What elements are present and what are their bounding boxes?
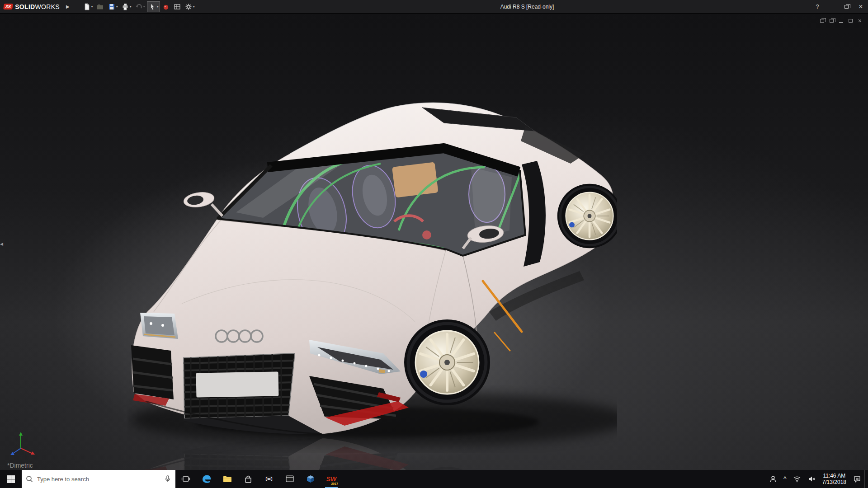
mail-button[interactable]: ✉ bbox=[259, 470, 279, 488]
edrawings-button[interactable] bbox=[300, 470, 321, 488]
xpress-products-icon bbox=[162, 3, 170, 11]
folder-icon bbox=[222, 474, 232, 484]
undo-icon bbox=[135, 3, 143, 11]
dropdown-icon[interactable]: ▾ bbox=[193, 5, 195, 9]
reference-triad bbox=[9, 428, 41, 460]
tile-window-button[interactable] bbox=[830, 18, 834, 24]
select-tool-button[interactable]: ▾ bbox=[147, 1, 160, 12]
taskbar: ✉ SW 2017 ^ 11:46 AM 7/13/2018 bbox=[0, 470, 868, 488]
tile-icon bbox=[830, 19, 834, 23]
show-desktop-button[interactable] bbox=[864, 470, 868, 488]
logo-solid: SOLID bbox=[15, 3, 35, 10]
sw-year: 2017 bbox=[331, 482, 338, 485]
solidworks-2017-button[interactable]: SW 2017 bbox=[321, 470, 342, 488]
app-window-icon bbox=[285, 474, 295, 484]
solidworks-logo: 3S SOLIDWORKS bbox=[4, 3, 60, 10]
show-hidden-icons-button[interactable]: ^ bbox=[780, 470, 790, 488]
snip-tool-button[interactable] bbox=[279, 470, 300, 488]
sw-letters: SW bbox=[326, 475, 337, 483]
system-tray: ^ 11:46 AM 7/13/2018 bbox=[766, 470, 868, 488]
clock-time: 11:46 AM bbox=[822, 473, 846, 479]
action-center-icon bbox=[853, 475, 861, 483]
solidworks-app-icon: SW 2017 bbox=[326, 473, 337, 485]
dropdown-icon[interactable]: ▾ bbox=[116, 5, 118, 9]
volume-button[interactable] bbox=[804, 470, 819, 488]
doc-restore-button[interactable] bbox=[849, 18, 853, 24]
task-view-button[interactable] bbox=[175, 470, 196, 488]
search-icon bbox=[25, 475, 33, 483]
logo-text: SOLIDWORKS bbox=[15, 3, 60, 10]
document-window-controls: × bbox=[820, 18, 862, 24]
action-center-button[interactable] bbox=[850, 470, 864, 488]
speaker-muted-icon bbox=[807, 475, 816, 483]
dropdown-icon[interactable]: ▾ bbox=[157, 5, 159, 9]
wifi-icon bbox=[793, 475, 801, 483]
network-button[interactable] bbox=[790, 470, 804, 488]
logo-works: WORKS bbox=[35, 3, 60, 10]
minimize-button[interactable]: — bbox=[825, 0, 839, 13]
doc-close-button[interactable]: × bbox=[858, 18, 862, 24]
task-view-icon bbox=[181, 474, 190, 483]
options-gear-icon bbox=[184, 3, 193, 11]
undo-button[interactable]: ▾ bbox=[133, 1, 146, 12]
cube-icon bbox=[306, 474, 315, 483]
microphone-icon[interactable] bbox=[164, 475, 172, 483]
ds-logo-icon: 3S bbox=[3, 4, 13, 9]
person-icon bbox=[769, 475, 777, 483]
new-document-icon bbox=[83, 3, 91, 11]
store-button[interactable] bbox=[238, 470, 259, 488]
edge-icon bbox=[201, 474, 212, 484]
clock-date: 7/13/2018 bbox=[822, 479, 846, 485]
select-cursor-icon bbox=[148, 3, 156, 11]
new-document-button[interactable]: ▾ bbox=[81, 1, 94, 12]
view-orientation-label: *Dimetric bbox=[7, 462, 33, 469]
edge-browser-button[interactable] bbox=[196, 470, 217, 488]
quick-access-toolbar: ▾ ▾ ▾ ▾ ▾ ▾ bbox=[81, 1, 196, 12]
dropdown-icon[interactable]: ▾ bbox=[130, 5, 132, 9]
dropdown-icon[interactable]: ▾ bbox=[91, 5, 93, 9]
file-explorer-button[interactable] bbox=[217, 470, 238, 488]
restore-button[interactable] bbox=[839, 0, 854, 13]
save-icon bbox=[108, 3, 116, 11]
doc-minimize-button[interactable] bbox=[839, 18, 843, 24]
new-window-button[interactable] bbox=[820, 18, 824, 24]
print-icon bbox=[121, 3, 129, 11]
taskbar-search[interactable] bbox=[22, 470, 175, 488]
window-controls: ? — × bbox=[810, 0, 868, 13]
file-properties-icon bbox=[173, 3, 181, 11]
collapsed-panel-arrow-icon[interactable]: ◀ bbox=[0, 242, 3, 246]
options-button[interactable]: ▾ bbox=[183, 1, 196, 12]
restore-icon bbox=[844, 5, 849, 9]
restore-icon bbox=[849, 19, 853, 23]
save-button[interactable]: ▾ bbox=[106, 1, 119, 12]
titlebar: 3S SOLIDWORKS ▶ ▾ ▾ ▾ ▾ ▾ bbox=[0, 0, 868, 14]
close-button[interactable]: × bbox=[854, 0, 868, 13]
print-button[interactable]: ▾ bbox=[120, 1, 133, 12]
minimize-icon bbox=[839, 22, 843, 23]
window-title: Audi R8 S [Read-only] bbox=[500, 4, 554, 10]
start-button[interactable] bbox=[0, 470, 22, 488]
windows-logo-icon bbox=[7, 475, 15, 483]
graphics-area[interactable]: × ◀ bbox=[0, 14, 868, 470]
dropdown-icon[interactable]: ▾ bbox=[143, 5, 145, 9]
open-button[interactable] bbox=[95, 1, 106, 12]
help-button[interactable]: ? bbox=[810, 0, 825, 13]
people-button[interactable] bbox=[766, 470, 780, 488]
store-bag-icon bbox=[244, 474, 253, 483]
cascade-icon bbox=[820, 19, 824, 23]
file-properties-button[interactable] bbox=[172, 1, 183, 12]
xpress-products-button[interactable] bbox=[160, 1, 171, 12]
taskbar-clock[interactable]: 11:46 AM 7/13/2018 bbox=[819, 473, 850, 485]
mail-envelope-icon: ✉ bbox=[265, 474, 273, 484]
open-folder-icon bbox=[96, 3, 104, 11]
car-render-audi-r8 bbox=[127, 99, 617, 470]
expand-menu-arrow-icon[interactable]: ▶ bbox=[66, 4, 70, 9]
search-input[interactable] bbox=[37, 476, 164, 483]
